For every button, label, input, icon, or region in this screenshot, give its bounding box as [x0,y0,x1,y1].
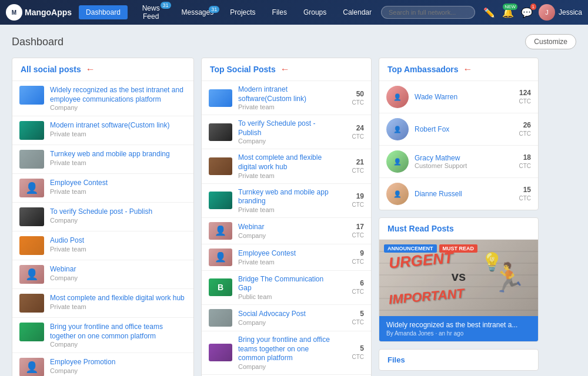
list-item[interactable]: To verify Schedule post - Publish Compan… [202,115,371,149]
list-item[interactable]: Turnkey web and mobile app branding Priv… [12,145,193,174]
post-sub: Private team [50,188,186,195]
social-sub: Private team [238,172,338,179]
navbar: M MangoApps Dashboard News Feed 31 Messa… [0,0,588,25]
list-item[interactable]: Most complete and flexible digital work … [202,149,371,183]
top-ambassadors-panel: Top Ambassadors ← 👤 Wade Warren 124 CTC … [379,58,539,210]
ambassador-item[interactable]: 👤 Gracy Mathew Customer Support 18 CTC [379,146,538,178]
social-info: Most complete and flexible digital work … [238,153,338,179]
ambassadors-title: Top Ambassadors [387,65,459,74]
social-name: Modern intranet software(Custom link) [238,85,338,103]
list-item[interactable]: Modern intranet software(Custom link) Pr… [202,81,371,115]
social-thumbnail: 👤 [209,249,232,266]
user-menu[interactable]: J Jessica [539,4,582,21]
messages-badge: 31 [209,6,219,13]
search-input[interactable] [381,6,475,19]
list-item[interactable]: 👤 Employee Promotion Company [12,353,193,376]
compose-icon[interactable]: ✏️ [482,6,496,19]
social-name: Social Advocacy Post [238,310,338,319]
list-item[interactable]: Audio Post Private team [12,231,193,260]
list-item[interactable]: Most complete and flexible digital work … [12,289,193,318]
ambassador-item[interactable]: 👤 Dianne Russell 15 CTC [379,178,538,210]
must-read-title: Must Read Posts [387,224,454,233]
score-label: CTC [352,288,364,295]
social-info: Bring your frontline and office teams to… [238,335,338,370]
post-name: Employee Contest [50,179,186,188]
social-sub: Private team [238,206,338,213]
ambassador-item[interactable]: 👤 Robert Fox 26 CTC [379,113,538,146]
chat-icon[interactable]: 💬 1 [520,6,534,19]
app-logo[interactable]: M MangoApps [6,4,72,21]
list-item[interactable]: 👤 Webinar Company 17 CTC [202,218,371,244]
list-item[interactable]: Widely recognized as the best intranet a… [12,81,193,116]
post-info: Most complete and flexible digital work … [50,294,186,310]
must-read-image[interactable]: URGENT vs IMPORTANT 🏃 💡 ANNOUNCEMENT MUS… [379,240,538,316]
social-score: 21 CTC [343,158,364,174]
left-panel-header: All social posts ← [12,58,193,81]
notification-icon[interactable]: 🔔 NEW [501,6,515,19]
score-number: 21 [343,158,364,166]
score-number: 5 [343,344,364,352]
tag-strip: ANNOUNCEMENT MUST READ [384,244,477,253]
score-number: 50 [343,90,364,98]
ambassador-name: Dianne Russell [415,190,505,198]
ambassadors-arrow: ← [463,64,473,75]
files-label[interactable]: Files [379,350,538,370]
ambassadors-header: Top Ambassadors ← [379,58,538,81]
social-score: 24 CTC [343,124,364,140]
post-info: Turnkey web and mobile app branding Priv… [50,150,186,166]
post-sub: Company [50,104,186,111]
social-info: Modern intranet software(Custom link) Pr… [238,85,338,110]
post-info: Modern intranet software(Custom link) Pr… [50,121,186,137]
list-item[interactable]: To verify Schedule post - Publish Compan… [12,203,193,231]
score-number: 17 [343,223,364,231]
newsfeed-badge: 31 [161,2,171,9]
score-label: CTC [352,319,364,325]
post-info: Widely recognized as the best intranet a… [50,86,186,111]
post-name: Most complete and flexible digital work … [50,294,186,303]
post-name: Webinar [50,265,186,274]
nav-groups[interactable]: Groups [296,5,333,19]
social-score: 17 CTC [343,223,364,239]
list-item[interactable]: 👤 Employee Contest Private team 9 CTC [202,244,371,271]
list-item[interactable]: Bring your frontline and office teams to… [12,318,193,353]
notification-badge: NEW [503,4,517,10]
list-item[interactable]: 👤 Webinar Company [12,260,193,289]
nav-dashboard[interactable]: Dashboard [79,5,128,19]
nav-messages[interactable]: Messages 31 [175,5,221,19]
list-item[interactable]: B Bridge The Communication Gap Public te… [202,271,371,305]
customize-button[interactable]: Customize [525,34,576,49]
ambassador-avatar: 👤 [386,183,409,205]
nav-calendar[interactable]: Calendar [336,5,379,19]
social-sub: Company [238,319,338,326]
post-thumbnail: 👤 [19,179,44,197]
list-item[interactable]: Turnkey web and mobile app branding Priv… [202,184,371,218]
social-info: Turnkey web and mobile app branding Priv… [238,188,338,213]
post-name: Widely recognized as the best intranet a… [50,86,186,104]
social-sub: Private team [238,258,338,266]
social-name: Webinar [238,223,338,232]
mid-column: Top Social Posts ← Modern intranet softw… [201,58,372,376]
post-info: Employee Contest Private team [50,179,186,195]
list-item[interactable]: Social Advocacy Post Company 5 CTC [202,305,371,331]
post-name: Audio Post [50,236,186,246]
list-item[interactable]: Bring your frontline and office teams to… [202,331,371,375]
list-item[interactable]: Modern intranet software(Custom link) Pr… [12,116,193,145]
mid-panel-header: Top Social Posts ← [202,58,371,81]
left-panel-title: All social posts [21,65,81,74]
social-info: Webinar Company [238,223,338,239]
ambassador-score: 15 CTC [510,186,531,202]
nav-files[interactable]: Files [265,5,294,19]
score-number: 19 [343,192,364,200]
social-name: Most complete and flexible digital work … [238,153,338,172]
nav-projects[interactable]: Projects [223,5,262,19]
ambassador-avatar: 👤 [386,150,409,173]
left-panel-arrow: ← [86,64,95,75]
must-read-caption[interactable]: Widely recognized as the best intranet a… [379,316,538,341]
post-thumbnail [19,236,44,255]
list-item[interactable]: 👤 Employee Contest Private team [12,174,193,203]
nav-newsfeed[interactable]: News Feed 31 [130,1,172,24]
logo-icon: M [6,4,22,21]
files-panel: Files [379,349,539,371]
ambassador-item[interactable]: 👤 Wade Warren 124 CTC [379,81,538,113]
social-thumbnail [209,309,232,327]
